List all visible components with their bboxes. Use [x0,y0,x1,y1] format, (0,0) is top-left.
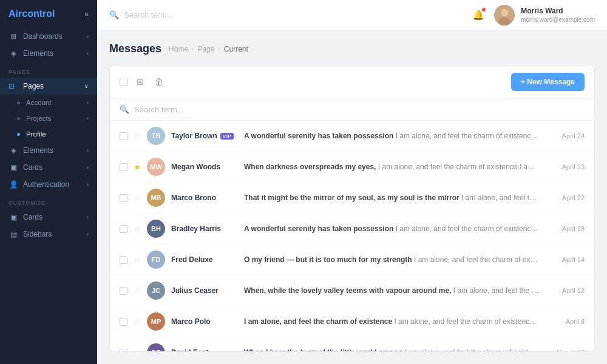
star-icon[interactable]: ★ [134,163,141,172]
message-checkbox[interactable] [120,163,127,171]
dashboards-icon: ⊞ [8,32,18,41]
sidebar-item-label: Cards [23,213,42,221]
chevron-down-icon: ∨ [84,83,89,89]
sender-avatar: TB [147,127,165,145]
message-row[interactable]: ☆ TB Taylor BrownVIP A wonderful serenit… [110,121,594,152]
sidebar-item-pages[interactable]: ⊡ Pages ∨ [0,78,97,95]
sidebar-item-cards[interactable]: ▣ Cards › [0,159,97,176]
breadcrumb-sep2: › [218,46,220,52]
sidebars-icon: ▤ [8,230,18,238]
message-checkbox[interactable] [120,132,127,140]
sidebar-item-authentication[interactable]: 👤 Authentication › [0,176,97,193]
delete-icon[interactable]: 🗑 [152,76,166,88]
message-checkbox[interactable] [120,256,127,264]
message-row[interactable]: ★ MW Megan Woods When darkness oversprea… [110,152,594,183]
topbar-right: 🔔 Morris Ward morris.ward@example.com [472,5,595,25]
select-all-checkbox[interactable] [120,78,128,86]
star-icon[interactable]: ☆ [134,224,141,234]
filter-icon[interactable]: ⊞ [134,76,146,88]
user-profile[interactable]: Morris Ward morris.ward@example.com [494,5,595,25]
breadcrumb-current: Current [224,45,248,53]
sender-avatar: MW [147,158,165,176]
sidebar-item-label: Authentication [23,180,69,189]
new-message-button[interactable]: + New Message [511,73,585,91]
sidebar-item-label: Elements [23,49,53,58]
auth-icon: 👤 [8,180,18,189]
sidebar: Aircontrol « ⊞ Dashboards › ◈ Elements ›… [0,0,97,364]
message-preview: O my friend — but it is too much for my … [244,255,539,264]
sender-avatar: JC [147,281,165,300]
sender-name: Julius Ceaser [171,286,238,295]
message-checkbox[interactable] [120,287,127,295]
sidebar-item-label: Dashboards [23,32,63,41]
message-checkbox[interactable] [120,225,127,233]
star-icon[interactable]: ☆ [134,194,141,203]
user-email: morris.ward@example.com [521,16,595,23]
sidebar-item-cards2[interactable]: ▣ Cards › [0,209,97,226]
message-preview: When darkness overspreads my eyes, I am … [244,163,539,171]
sidebar-item-dashboards[interactable]: ⊞ Dashboards › [0,28,97,45]
message-row[interactable]: ☆ JC Julius Ceaser When, while the lovel… [110,275,594,306]
chevron-right-icon: › [87,147,89,153]
search-placeholder: Search term... [134,105,184,114]
breadcrumb-page[interactable]: Page [197,45,214,53]
message-date: April 23 [545,163,585,170]
star-icon[interactable]: ☆ [134,286,141,295]
message-preview: I am alone, and feel the charm of existe… [244,317,539,326]
message-row[interactable]: ☆ FD Fred Deluxe O my friend — but it is… [110,244,594,275]
avatar [494,5,515,25]
search-icon: 🔍 [109,10,119,19]
page-title: Messages [109,42,161,55]
sidebar-item-account[interactable]: Account › [0,95,97,110]
message-checkbox[interactable] [120,349,127,352]
app-name: Aircontrol [8,8,55,19]
message-row[interactable]: ☆ MB Marco Brono That it might be the mi… [110,183,594,214]
message-row[interactable]: ☆ MP Marco Polo I am alone, and feel the… [110,306,594,337]
breadcrumb-home[interactable]: Home [169,45,188,53]
message-preview: When I hear the buzz of the little world… [244,348,539,352]
sender-avatar: FD [147,251,165,269]
sidebar-item-label: Elements [23,146,53,155]
collapse-button[interactable]: « [84,10,89,18]
breadcrumb-sep1: › [192,46,194,52]
sidebar-item-sidebars[interactable]: ▤ Sidebars › [0,226,97,243]
pages-icon: ⊡ [8,82,18,90]
star-icon[interactable]: ☆ [134,255,141,265]
chevron-right-icon: › [87,214,89,220]
dot-icon [17,117,20,120]
chevron-right-icon: › [87,115,89,121]
content-area: Messages Home › Page › Current ⊞ 🗑 + New… [97,30,607,364]
message-preview: A wonderful serenity has taken possessio… [244,224,539,233]
messages-toolbar: ⊞ 🗑 + New Message [110,66,594,99]
sender-name: Marco Brono [171,194,238,202]
messages-search[interactable]: 🔍 Search term... [110,99,594,121]
star-icon[interactable]: ☆ [134,348,141,352]
sidebar-item-label: Projects [26,115,52,122]
notification-bell[interactable]: 🔔 [472,9,484,21]
sidebar-item-projects[interactable]: Projects › [0,110,97,126]
notification-dot [481,7,486,12]
sidebar-item-profile[interactable]: Profile [0,126,97,142]
chevron-right-icon: › [87,231,89,237]
message-preview: When, while the lovely valley teems with… [244,286,539,295]
chevron-right-icon: › [87,50,89,56]
sender-avatar: MB [147,189,165,207]
message-row[interactable]: ☆ BH Bradley Harris A wonderful serenity… [110,214,594,244]
sidebar-item-label: Sidebars [23,230,52,238]
chevron-right-icon: › [87,33,89,39]
messages-panel: ⊞ 🗑 + New Message 🔍 Search term... ☆ TB … [109,65,595,352]
topbar-search-area[interactable]: 🔍 Search term... [109,10,472,19]
message-date: April 12 [545,287,585,294]
star-icon[interactable]: ☆ [134,317,141,326]
message-row[interactable]: ☆ DE David East When I hear the buzz of … [110,337,594,352]
message-checkbox[interactable] [120,194,127,202]
sidebar-item-elements2[interactable]: ◈ Elements › [0,142,97,159]
message-date: April 14 [545,256,585,263]
message-checkbox[interactable] [120,318,127,326]
topbar-search-placeholder: Search term... [124,10,174,19]
chevron-right-icon: › [87,164,89,170]
star-icon[interactable]: ☆ [134,132,141,141]
sidebar-item-elements[interactable]: ◈ Elements › [0,45,97,62]
message-date: April 22 [545,194,585,201]
message-list: ☆ TB Taylor BrownVIP A wonderful serenit… [110,121,594,352]
